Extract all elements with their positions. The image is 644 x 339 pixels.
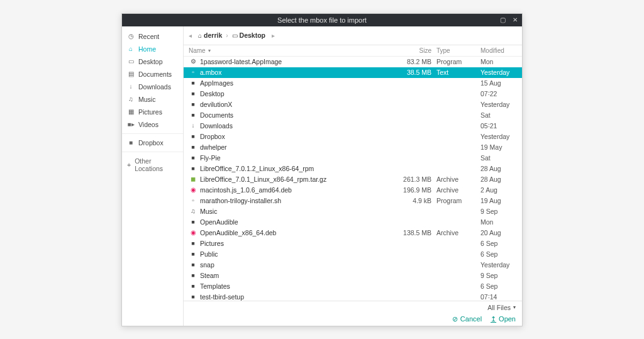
file-name: devilutionX [200, 100, 400, 109]
maximize-icon[interactable]: ▢ [498, 16, 507, 25]
sidebar-item-downloads[interactable]: ↓Downloads [122, 81, 183, 93]
open-icon: ↥ [491, 315, 496, 323]
file-size: 261.3 MB [400, 175, 436, 184]
file-type: Program [436, 196, 480, 205]
gear-icon: ⚙ [189, 57, 197, 66]
file-modified: Yesterday [480, 68, 518, 77]
file-row[interactable]: Pictures6 Sep [184, 238, 522, 249]
file-row[interactable]: ⚙1password-latest.AppImage83.2 MBProgram… [184, 57, 522, 67]
desktop-icon: ▭ [127, 58, 135, 65]
dl-icon: ↓ [127, 83, 135, 90]
file-row[interactable]: OpenAudibleMon [184, 217, 522, 228]
cancel-button[interactable]: ⊘ Cancel [452, 315, 482, 323]
sidebar-item-pictures[interactable]: ▦Pictures [122, 106, 183, 118]
file-row[interactable]: DocumentsSat [184, 110, 522, 121]
file-row[interactable]: LibreOffice_7.0.1.2_Linux_x86-64_rpm28 A… [184, 164, 522, 174]
file-list[interactable]: ⚙1password-latest.AppImage83.2 MBProgram… [184, 57, 522, 301]
desktop-icon: ▭ [232, 32, 238, 39]
sidebar-item-home[interactable]: ⌂Home [122, 43, 183, 55]
file-row[interactable]: devilutionXYesterday [184, 99, 522, 110]
file-size: 138.5 MB [400, 228, 436, 237]
col-name[interactable]: Name ▾ [189, 47, 400, 54]
folder-icon [189, 153, 197, 162]
file-name: Downloads [200, 121, 400, 130]
sidebar-other-locations[interactable]: + Other Locations [122, 155, 183, 175]
file-filter-dropdown[interactable]: All Files ▾ [487, 304, 516, 311]
file-name: Dropbox [200, 132, 400, 141]
file-modified: 2 Aug [480, 186, 518, 194]
file-row[interactable]: snapYesterday [184, 260, 522, 270]
col-size[interactable]: Size [400, 47, 436, 54]
home-icon: ⌂ [198, 32, 202, 39]
path-back-icon[interactable]: ◂ [187, 32, 193, 39]
file-name: dwhelper [200, 143, 400, 152]
path-segment[interactable]: ⌂ derrik [196, 30, 225, 40]
sidebar-item-videos[interactable]: ■▸Videos [122, 118, 183, 131]
folder-icon [189, 132, 197, 141]
file-modified: 6 Sep [480, 282, 518, 291]
plus-icon: + [127, 161, 131, 169]
file-modified: Yesterday [480, 100, 518, 109]
file-size: 4.9 kB [400, 196, 436, 205]
file-row[interactable]: test-tbird-setup07∶14 [184, 292, 522, 301]
sidebar-item-music[interactable]: ♫Music [122, 93, 183, 106]
file-row[interactable]: ▫a.mbox38.5 MBTextYesterday [184, 67, 522, 78]
path-forward-icon[interactable]: ▸ [270, 32, 276, 39]
file-modified: 9 Sep [480, 271, 518, 280]
file-type: Archive [436, 186, 480, 194]
window-controls: ▢ ✕ [498, 14, 519, 26]
file-name: AppImages [200, 79, 400, 87]
folder-icon [189, 292, 197, 301]
package-icon: ◉ [189, 186, 197, 194]
file-row[interactable]: DropboxYesterday [184, 131, 522, 142]
sort-indicator-icon: ▾ [208, 48, 211, 53]
file-row[interactable]: Public6 Sep [184, 249, 522, 260]
file-row[interactable]: AppImages15 Aug [184, 78, 522, 89]
file-name: LibreOffice_7.0.1.2_Linux_x86-64_rpm [200, 164, 400, 173]
file-modified: 20 Aug [480, 228, 518, 237]
file-row[interactable]: dwhelper19 May [184, 142, 522, 153]
sidebar-item-label: Downloads [138, 83, 171, 91]
file-name: Fly-Pie [200, 153, 400, 162]
col-type[interactable]: Type [436, 47, 480, 54]
download-icon: ↓ [189, 121, 197, 130]
sidebar-item-label: Desktop [138, 58, 163, 65]
file-type: Archive [436, 175, 480, 184]
column-headers: Name ▾ Size Type Modified [184, 45, 522, 57]
file-row[interactable]: ↓Downloads05∶21 [184, 121, 522, 131]
file-row[interactable]: ♫Music9 Sep [184, 206, 522, 217]
sidebar-item-documents[interactable]: ▤Documents [122, 68, 183, 81]
file-row[interactable]: Desktop07∶22 [184, 89, 522, 99]
folder-icon [189, 218, 197, 226]
sidebar-item-desktop[interactable]: ▭Desktop [122, 55, 183, 68]
folder-icon [189, 282, 197, 291]
file-row[interactable]: ◼LibreOffice_7.0.1_Linux_x86-64_rpm.tar.… [184, 174, 522, 185]
col-modified[interactable]: Modified [480, 47, 518, 54]
file-row[interactable]: Templates6 Sep [184, 281, 522, 292]
file-name: OpenAudible [200, 218, 400, 226]
close-icon[interactable]: ✕ [511, 16, 519, 25]
path-segment[interactable]: ▭ Desktop [230, 30, 268, 40]
file-name: 1password-latest.AppImage [200, 57, 400, 66]
folder-icon [189, 111, 197, 119]
file-modified: 28 Aug [480, 164, 518, 173]
file-name: Public [200, 250, 400, 258]
file-modified: 19 Aug [480, 196, 518, 205]
sidebar-item-recent[interactable]: ◷Recent [122, 30, 183, 43]
sidebar-item-label: Dropbox [138, 139, 164, 147]
file-size: 196.9 MB [400, 186, 436, 194]
file-row[interactable]: ▫marathon-trilogy-installer.sh4.9 kBProg… [184, 196, 522, 206]
file-row[interactable]: Fly-PieSat [184, 153, 522, 164]
file-row[interactable]: ◉macintosh.js_1.0.6_amd64.deb196.9 MBArc… [184, 185, 522, 196]
file-modified: Mon [480, 218, 518, 226]
open-button[interactable]: ↥ Open [491, 315, 516, 323]
pathbar: ◂ ⌂ derrik›▭ Desktop ▸ [184, 26, 522, 45]
file-row[interactable]: ◉OpenAudible_x86_64.deb138.5 MBArchive20… [184, 228, 522, 238]
folder-icon [189, 164, 197, 173]
sidebar-item-dropbox[interactable]: ■ Dropbox [122, 136, 183, 149]
file-name: Templates [200, 282, 400, 291]
folder-icon [189, 250, 197, 258]
file-row[interactable]: Steam9 Sep [184, 270, 522, 281]
cancel-icon: ⊘ [452, 315, 458, 323]
folder-icon [189, 260, 197, 269]
